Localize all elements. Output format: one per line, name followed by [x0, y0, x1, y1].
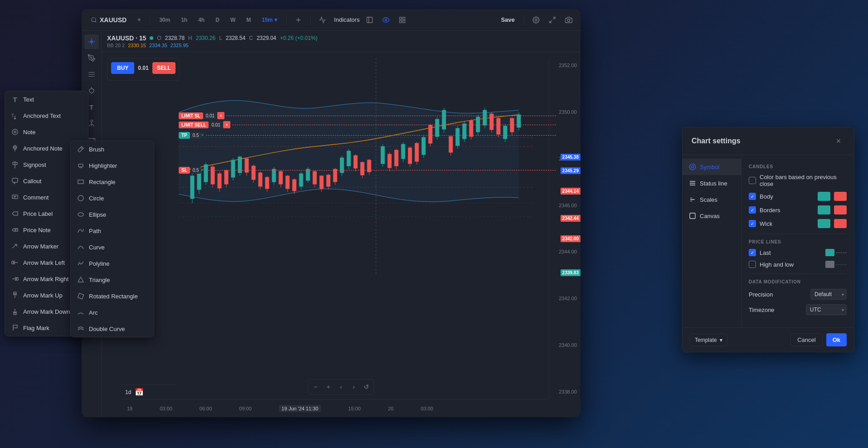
tool-text[interactable]: T Text [5, 91, 88, 107]
menu-polyline[interactable]: Polyline [71, 255, 154, 272]
rotated-rect-icon [76, 292, 85, 301]
timeframe-30m[interactable]: 30m [156, 15, 174, 25]
arrow-up-icon [10, 291, 20, 300]
settings-btn[interactable] [530, 14, 542, 26]
add-symbol-btn[interactable]: + [134, 15, 144, 25]
menu-triangle[interactable]: Triangle [71, 272, 154, 288]
canvas-icon [689, 212, 696, 219]
menu-path[interactable]: Path [71, 223, 154, 239]
menu-brush[interactable]: Brush [71, 141, 154, 157]
cancel-button[interactable]: Cancel [790, 333, 822, 346]
timeframe-15m[interactable]: 15m ▾ [258, 15, 280, 25]
bb-val1: 2330.15 [128, 43, 146, 48]
tp-close-btn[interactable]: × [201, 132, 204, 138]
borders-color-bear[interactable] [834, 205, 847, 214]
low-value: 2328.54 [226, 35, 245, 41]
menu-polyline-label: Polyline [89, 260, 110, 267]
calendar-btn[interactable]: 📅 [135, 388, 144, 396]
zoom-back-btn[interactable]: ‹ [336, 381, 346, 392]
borders-checkbox[interactable]: ✓ [749, 206, 756, 214]
crosshair-tool[interactable] [84, 34, 99, 49]
svg-point-133 [14, 118, 16, 119]
sidebar-canvas[interactable]: Canvas [683, 208, 741, 224]
symbol-selector[interactable]: XAUUSD [87, 15, 130, 25]
timeframe-D[interactable]: D [212, 15, 223, 25]
menu-curve[interactable]: Curve [71, 239, 154, 255]
menu-double-curve-label: Double Curve [89, 326, 125, 332]
high-low-color-swatch [825, 261, 834, 268]
tool-comment-label: Comment [23, 194, 49, 201]
body-color-bear[interactable] [834, 192, 847, 201]
zoom-plus-btn[interactable]: + [323, 381, 334, 392]
body-checkbox[interactable]: ✓ [749, 193, 756, 200]
high-low-label: High and low [760, 261, 822, 268]
last-checkbox[interactable]: ✓ [749, 249, 756, 256]
menu-arc[interactable]: Arc [71, 304, 154, 321]
fullscreen-btn[interactable] [546, 14, 559, 26]
sell-button[interactable]: SELL [152, 62, 176, 74]
menu-rectangle[interactable]: Rectangle [71, 174, 154, 190]
high-low-color-control[interactable] [825, 261, 847, 268]
wick-checkbox[interactable]: ✓ [749, 220, 756, 227]
tool-note[interactable]: Note [5, 124, 88, 140]
pen-tool[interactable] [84, 51, 99, 65]
time-label-4: 09:00 [239, 406, 252, 411]
order-close-2[interactable]: × [223, 121, 230, 128]
dialog-close-btn[interactable]: × [832, 135, 845, 147]
chart-header: XAUUSD · 15 O 2328.78 H 2330.26 L 2328.5… [102, 31, 580, 52]
high-low-checkbox[interactable] [749, 261, 756, 268]
body-color-bull[interactable] [818, 192, 830, 201]
sidebar-status-line[interactable]: Status line [683, 175, 741, 191]
search-icon [91, 17, 97, 23]
menu-rotated-rect[interactable]: Rotated Rectangle [71, 288, 154, 304]
menu-highlighter-label: Highlighter [89, 162, 117, 169]
layout-btn[interactable] [363, 14, 376, 26]
indicators-btn[interactable] [316, 14, 329, 26]
symbol-label: XAUUSD [100, 16, 127, 24]
compare-btn[interactable] [396, 14, 409, 26]
svg-rect-100 [320, 176, 323, 189]
highlighter-icon [76, 161, 85, 170]
color-bars-checkbox[interactable] [749, 177, 756, 184]
sidebar-scales[interactable]: Scales [683, 191, 741, 208]
wick-color-bull[interactable] [818, 219, 830, 228]
menu-highlighter[interactable]: Highlighter [71, 157, 154, 174]
zoom-forward-btn[interactable]: › [348, 381, 359, 392]
menu-double-curve[interactable]: Double Curve [71, 321, 154, 337]
timeframe-M[interactable]: M [243, 15, 254, 25]
timeframe-4h[interactable]: 4h [195, 15, 208, 25]
borders-label: Borders [760, 207, 814, 214]
svg-rect-36 [190, 176, 194, 199]
borders-color-bull[interactable] [818, 205, 830, 214]
buy-button[interactable]: BUY [111, 62, 134, 74]
svg-line-1 [95, 21, 97, 22]
svg-rect-10 [403, 20, 405, 23]
svg-rect-4 [367, 17, 372, 23]
save-button[interactable]: Save [497, 15, 518, 25]
lines-tool[interactable] [84, 67, 99, 82]
sidebar-symbol[interactable]: Symbol [683, 159, 741, 175]
timeframe-1h[interactable]: 1h [177, 15, 191, 25]
menu-circle[interactable]: Circle [71, 190, 154, 206]
template-button[interactable]: Template ▾ [690, 334, 727, 346]
precision-select-wrapper: Default 0 1 2 3 4 5 ▾ [810, 289, 847, 300]
order-close-1[interactable]: × [217, 112, 224, 119]
timezone-select-wrapper: UTC UTC+1 UTC+2 UTC+3 UTC+5:30 UTC+8 ▾ [806, 304, 847, 315]
zoom-minus-btn[interactable]: − [310, 381, 321, 392]
tool-anchored-text-label: Anchored Text [23, 112, 61, 119]
screenshot-btn[interactable] [562, 14, 575, 26]
wick-color-bear[interactable] [834, 219, 847, 228]
precision-select[interactable]: Default 0 1 2 3 4 5 [810, 289, 847, 300]
last-color-control[interactable] [825, 249, 847, 256]
timeframe-W[interactable]: W [227, 15, 239, 25]
sl-close-btn[interactable]: × [201, 167, 204, 173]
timezone-select[interactable]: UTC UTC+1 UTC+2 UTC+3 UTC+5:30 UTC+8 [806, 304, 847, 315]
note-icon [10, 127, 20, 136]
eye-btn[interactable] [380, 14, 392, 26]
drawing-tools-btn[interactable] [292, 14, 305, 26]
tool-anchored-text[interactable]: T Anchored Text [5, 107, 88, 124]
svg-point-22 [90, 120, 93, 122]
menu-ellipse[interactable]: Ellipse [71, 206, 154, 223]
ok-button[interactable]: Ok [826, 333, 847, 346]
zoom-reset-btn[interactable]: ↺ [361, 381, 372, 392]
